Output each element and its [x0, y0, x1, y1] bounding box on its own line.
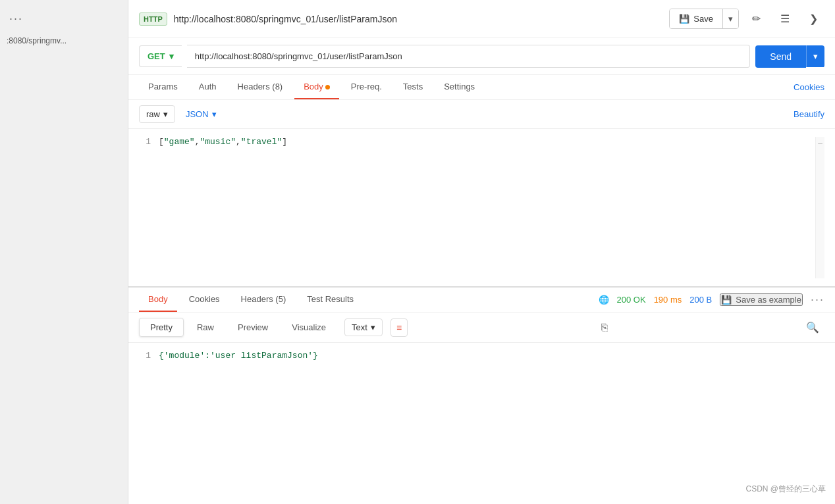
save-example-label: Save as example: [736, 295, 801, 305]
send-dropdown-button[interactable]: ▾: [806, 45, 824, 67]
code-content[interactable]: ["game","music","travel"]: [159, 137, 815, 278]
chevron-down-icon: ▾: [728, 14, 733, 24]
view-tab-preview[interactable]: Preview: [227, 318, 279, 336]
raw-chevron-icon: ▾: [163, 109, 168, 119]
format-select[interactable]: Text ▾: [344, 318, 383, 336]
search-button[interactable]: 🔍: [801, 318, 824, 337]
url-bar-title: http://localhost:8080/springmvc_01/user/…: [174, 14, 663, 24]
status-time-badge: 190 ms: [654, 295, 682, 305]
open-bracket: [: [159, 137, 164, 147]
code-editor: 1 ["game","music","travel"] —: [128, 129, 835, 287]
filter-button[interactable]: ≡: [391, 318, 408, 337]
send-chevron-icon: ▾: [813, 51, 818, 61]
response-tabs-bar: Body Cookies Headers (5) Test Results 🌐 …: [128, 288, 835, 313]
tab-body-label: Body: [304, 82, 323, 91]
close-bracket: ]: [282, 137, 287, 147]
tab-prereq[interactable]: Pre-req.: [342, 75, 391, 99]
editor-scrollbar: —: [815, 137, 824, 278]
sidebar-url-preview: :8080/springmv...: [0, 31, 73, 51]
comma-2: ,: [236, 137, 241, 147]
beautify-button[interactable]: Beautify: [794, 109, 824, 119]
save-button-group: 💾 Save ▾: [669, 9, 739, 29]
json-chevron-icon: ▾: [212, 109, 217, 119]
send-button[interactable]: Send: [755, 45, 806, 68]
response-tab-test-results[interactable]: Test Results: [298, 288, 363, 312]
tab-body[interactable]: Body: [294, 75, 339, 99]
search-icon: 🔍: [806, 322, 819, 333]
format-chevron-icon: ▾: [371, 322, 375, 332]
http-badge: HTTP: [139, 13, 167, 26]
comment-button[interactable]: ☰: [774, 8, 796, 30]
copy-button[interactable]: ⎘: [596, 318, 613, 337]
raw-select[interactable]: raw ▾: [139, 105, 175, 123]
pencil-icon: ✏: [752, 13, 761, 24]
tab-auth[interactable]: Auth: [190, 75, 226, 99]
response-code-text: {'module':'user listParamJson'}: [159, 351, 318, 361]
body-options-bar: raw ▾ JSON ▾ Beautify: [128, 100, 835, 129]
main-panel: HTTP http://localhost:8080/springmvc_01/…: [128, 0, 835, 504]
url-input[interactable]: [187, 45, 751, 68]
tab-headers[interactable]: Headers (8): [229, 75, 292, 99]
edit-button[interactable]: ✏: [745, 8, 767, 30]
cookies-button[interactable]: Cookies: [794, 76, 824, 99]
chevron-right-icon: ❯: [809, 13, 818, 24]
sidebar: ··· :8080/springmv...: [0, 0, 128, 504]
raw-label: raw: [146, 109, 160, 119]
line-numbers: 1: [139, 137, 159, 278]
line-number-1: 1: [139, 137, 151, 147]
save-example-disk-icon: 💾: [721, 295, 732, 305]
response-line-number-1: 1: [139, 351, 151, 361]
save-dropdown-button[interactable]: ▾: [722, 9, 738, 28]
response-meta: 🌐 200 OK 190 ms 200 B 💾 Save as example …: [599, 293, 824, 307]
watermark: CSDN @曾经的三心草: [745, 484, 826, 495]
response-line-numbers: 1: [139, 351, 159, 496]
json-label: JSON: [186, 109, 209, 119]
string-music: "music": [200, 137, 236, 147]
more-options-button[interactable]: ···: [811, 293, 824, 307]
response-tab-cookies[interactable]: Cookies: [180, 288, 229, 312]
response-code-content: {'module':'user listParamJson'}: [159, 351, 824, 496]
response-section: Body Cookies Headers (5) Test Results 🌐 …: [128, 287, 835, 504]
tab-tests[interactable]: Tests: [394, 75, 432, 99]
filter-icon: ≡: [396, 322, 402, 333]
save-label: Save: [693, 14, 713, 24]
request-line: GET ▾ Send ▾: [128, 38, 835, 75]
response-tab-body[interactable]: Body: [139, 288, 177, 312]
url-bar-section: HTTP http://localhost:8080/springmvc_01/…: [128, 0, 835, 38]
save-disk-icon: 💾: [679, 14, 689, 24]
view-tab-visualize[interactable]: Visualize: [281, 318, 337, 336]
status-ok-badge: 200 OK: [617, 295, 646, 305]
expand-button[interactable]: ❯: [803, 8, 824, 30]
globe-icon: 🌐: [599, 295, 609, 305]
request-tabs-bar: Params Auth Headers (8) Body Pre-req. Te…: [128, 75, 835, 100]
save-as-example-button[interactable]: 💾 Save as example: [720, 293, 803, 306]
sidebar-dots[interactable]: ···: [0, 7, 32, 31]
response-tab-headers[interactable]: Headers (5): [232, 288, 296, 312]
tab-settings[interactable]: Settings: [435, 75, 484, 99]
response-code-area: 1 {'module':'user listParamJson'}: [128, 343, 835, 504]
status-size-badge: 200 B: [689, 295, 712, 305]
method-label: GET: [148, 51, 165, 61]
save-button[interactable]: 💾 Save: [670, 9, 722, 28]
copy-icon: ⎘: [601, 322, 608, 333]
tab-params[interactable]: Params: [139, 75, 187, 99]
body-dot-indicator: [325, 85, 330, 89]
view-tab-raw[interactable]: Raw: [186, 318, 225, 336]
scroll-indicator: —: [818, 139, 822, 147]
string-travel: "travel": [241, 137, 282, 147]
string-game: "game": [164, 137, 195, 147]
view-tab-pretty[interactable]: Pretty: [139, 318, 184, 337]
send-button-group: Send ▾: [755, 45, 824, 68]
method-select[interactable]: GET ▾: [139, 45, 182, 67]
comment-icon: ☰: [780, 13, 790, 24]
method-chevron-icon: ▾: [169, 51, 174, 61]
json-select[interactable]: JSON ▾: [180, 106, 222, 122]
format-select-label: Text: [352, 322, 367, 332]
response-view-opts: Pretty Raw Preview Visualize Text ▾ ≡ ⎘ …: [128, 313, 835, 343]
